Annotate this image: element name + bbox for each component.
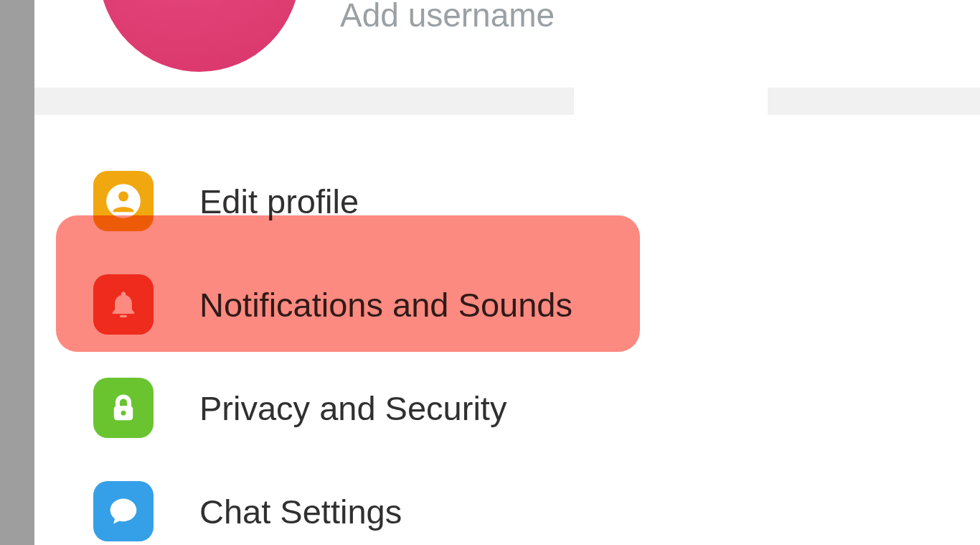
svg-point-4	[121, 411, 126, 416]
profile-section: Add username	[34, 0, 980, 88]
avatar[interactable]	[99, 0, 300, 72]
lock-icon	[93, 378, 154, 438]
window-shadow	[0, 0, 34, 545]
menu-item-label: Edit profile	[199, 182, 359, 221]
add-username-link[interactable]: Add username	[340, 0, 555, 34]
settings-menu: Edit profile Notifications and Sounds Pr…	[34, 115, 980, 545]
chat-icon	[93, 481, 154, 541]
settings-panel: Add username Edit profile Notifications …	[34, 0, 980, 545]
menu-item-label: Privacy and Security	[199, 388, 507, 428]
section-divider	[34, 88, 980, 115]
menu-item-privacy[interactable]: Privacy and Security	[34, 356, 980, 460]
menu-item-chat-settings[interactable]: Chat Settings	[34, 460, 980, 545]
menu-item-label: Notifications and Sounds	[199, 285, 573, 325]
menu-item-notifications[interactable]: Notifications and Sounds	[34, 253, 980, 356]
menu-item-label: Chat Settings	[199, 492, 402, 531]
divider-tab	[574, 88, 768, 115]
person-icon	[93, 171, 154, 231]
svg-rect-2	[120, 315, 127, 317]
bell-icon	[93, 274, 154, 335]
svg-point-1	[118, 192, 128, 202]
menu-item-edit-profile[interactable]: Edit profile	[34, 149, 980, 253]
